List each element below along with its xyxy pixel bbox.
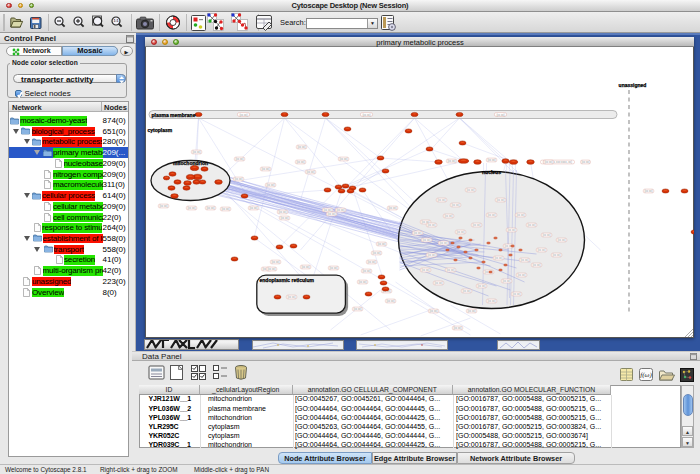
svg-text:(xx xx): (xx xx) xyxy=(306,170,314,174)
svg-text:(xx xx): (xx xx) xyxy=(271,260,279,264)
svg-text:(xx xx): (xx xx) xyxy=(462,289,470,293)
svg-text:(xx xx): (xx xx) xyxy=(297,145,305,149)
svg-text:(xx xx): (xx xx) xyxy=(336,208,344,212)
svg-text:(xx xx): (xx xx) xyxy=(388,206,396,210)
svg-text:(xx xx): (xx xx) xyxy=(267,267,275,271)
svg-text:(xx xx): (xx xx) xyxy=(542,233,550,237)
svg-text:(xx xx): (xx xx) xyxy=(278,210,286,214)
svg-text:(xx xx): (xx xx) xyxy=(187,206,195,210)
svg-text:(xx xx): (xx xx) xyxy=(477,284,485,288)
svg-text:(xx xx): (xx xx) xyxy=(512,292,520,296)
svg-text:(xx xx): (xx xx) xyxy=(422,238,430,242)
svg-text:(xx xx): (xx xx) xyxy=(446,268,454,272)
svg-text:(xx xx): (xx xx) xyxy=(487,213,495,217)
svg-text:(xx xx): (xx xx) xyxy=(496,113,504,117)
svg-text:(xx xx): (xx xx) xyxy=(437,198,445,202)
svg-text:(xx xx): (xx xx) xyxy=(552,253,560,257)
svg-text:(xx xx): (xx xx) xyxy=(496,198,504,202)
svg-text:(xx xx): (xx xx) xyxy=(413,231,421,235)
svg-text:(xx xx): (xx xx) xyxy=(261,167,269,171)
svg-text:unassigned: unassigned xyxy=(618,82,646,88)
svg-text:(xx xx): (xx xx) xyxy=(520,258,528,262)
svg-text:(xx xx): (xx xx) xyxy=(451,203,459,207)
svg-text:(xx xx): (xx xx) xyxy=(327,212,335,216)
svg-text:(xx xx): (xx xx) xyxy=(453,326,461,330)
svg-text:(xx xx): (xx xx) xyxy=(206,206,214,210)
svg-text:(xx xx): (xx xx) xyxy=(487,299,495,303)
svg-text:(xx xx): (xx xx) xyxy=(234,177,242,181)
svg-text:(xx xx): (xx xx) xyxy=(386,299,394,303)
svg-text:(xx xx): (xx xx) xyxy=(517,273,525,277)
svg-text:(xx xx): (xx xx) xyxy=(358,280,366,284)
svg-text:(xx xx): (xx xx) xyxy=(427,253,435,257)
svg-text:(xx xx): (xx xx) xyxy=(362,113,370,117)
svg-text:(xx xx): (xx xx) xyxy=(362,269,370,273)
svg-text:endoplasmic reticulum: endoplasmic reticulum xyxy=(259,277,314,283)
svg-text:(xx xx): (xx xx) xyxy=(235,157,243,161)
svg-text:(xx xx): (xx xx) xyxy=(239,113,247,117)
svg-text:(xx xx): (xx xx) xyxy=(249,206,257,210)
svg-text:(xx xx): (xx xx) xyxy=(221,207,229,211)
svg-text:(xx xx): (xx xx) xyxy=(301,265,309,269)
svg-text:(xx xx): (xx xx) xyxy=(502,279,510,283)
svg-text:(xx xx): (xx xx) xyxy=(159,204,167,208)
svg-text:(xx xx): (xx xx) xyxy=(429,309,437,313)
svg-text:(xx xx): (xx xx) xyxy=(377,242,385,246)
svg-text:(xx xx): (xx xx) xyxy=(447,159,455,163)
svg-text:(xx xx): (xx xx) xyxy=(581,160,589,164)
svg-text:mitochondrion: mitochondrion xyxy=(173,160,208,166)
svg-text:f(ω): f(ω) xyxy=(640,371,652,379)
svg-text:(xx xx): (xx xx) xyxy=(296,160,304,164)
svg-text:(xx xx): (xx xx) xyxy=(192,150,200,154)
svg-text:(xx xx): (xx xx) xyxy=(557,238,565,242)
svg-text:(xx xx): (xx xx) xyxy=(527,223,535,227)
svg-text:(xx xx): (xx xx) xyxy=(353,307,361,311)
svg-text:(xx xx): (xx xx) xyxy=(434,281,442,285)
svg-text:(xx xx): (xx xx) xyxy=(467,309,475,313)
svg-text:(xx xx): (xx xx) xyxy=(466,188,474,192)
svg-text:(xx xx): (xx xx) xyxy=(487,158,495,162)
svg-text:(xx xx): (xx xx) xyxy=(544,160,552,164)
svg-text:(xx xx): (xx xx) xyxy=(472,223,480,227)
svg-text:(xx xx): (xx xx) xyxy=(266,183,274,187)
svg-text:1:1: 1:1 xyxy=(113,19,118,23)
svg-text:(xx xx): (xx xx) xyxy=(329,266,337,270)
svg-text:(xx xx): (xx xx) xyxy=(287,295,295,299)
svg-text:(xx xx): (xx xx) xyxy=(494,256,502,260)
svg-text:(xx xx): (xx xx) xyxy=(507,228,515,232)
svg-text:(xx xx): (xx xx) xyxy=(280,216,288,220)
svg-text:(xx xx): (xx xx) xyxy=(339,157,347,161)
svg-text:(xx xx): (xx xx) xyxy=(367,260,375,264)
svg-text:(xx xx): (xx xx) xyxy=(372,251,380,255)
svg-text:(xx xx): (xx xx) xyxy=(456,230,464,234)
svg-text:(xx xx): (xx xx) xyxy=(516,213,524,217)
svg-text:(xx xx): (xx xx) xyxy=(644,189,652,193)
svg-text:cytoplasm: cytoplasm xyxy=(147,127,172,133)
svg-text:(xx xx): (xx xx) xyxy=(427,223,435,227)
svg-text:(xx xx): (xx xx) xyxy=(421,268,429,272)
svg-text:(xx xx): (xx xx) xyxy=(537,248,545,252)
svg-text:(xx xx): (xx xx) xyxy=(444,214,452,218)
svg-text:plasma membrane: plasma membrane xyxy=(151,112,195,118)
svg-text:(xx xx): (xx xx) xyxy=(532,263,540,267)
svg-text:nucleus: nucleus xyxy=(482,169,501,175)
svg-text:(xx xx): (xx xx) xyxy=(439,241,447,245)
